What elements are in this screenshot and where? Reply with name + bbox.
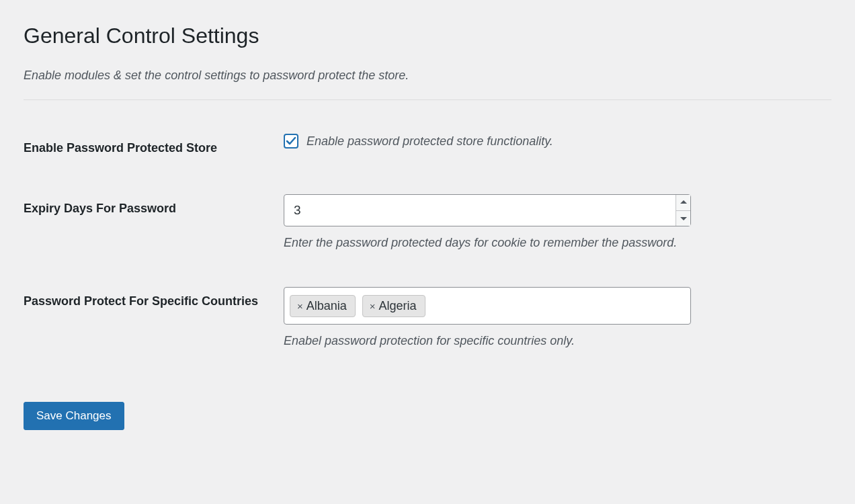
checkmark-icon — [286, 136, 296, 146]
section-divider — [24, 99, 831, 100]
enable-store-checkbox[interactable] — [284, 134, 298, 149]
enable-store-label: Enable Password Protected Store — [24, 134, 284, 157]
expiry-days-description: Enter the password protected days for co… — [284, 236, 831, 250]
country-tag: × Albania — [290, 295, 356, 317]
number-spinner — [676, 195, 690, 226]
field-row-enable-store: Enable Password Protected Store Enable p… — [24, 134, 831, 157]
field-row-countries: Password Protect For Specific Countries … — [24, 287, 831, 348]
page-description: Enable modules & set the control setting… — [24, 69, 831, 83]
countries-tags-input[interactable]: × Albania × Algeria — [284, 287, 691, 325]
tag-remove-icon[interactable]: × — [297, 301, 303, 311]
country-tag-label: Albania — [307, 299, 347, 313]
chevron-down-icon — [680, 216, 687, 220]
save-changes-button[interactable]: Save Changes — [24, 402, 124, 430]
tag-remove-icon[interactable]: × — [370, 301, 376, 311]
countries-label: Password Protect For Specific Countries — [24, 287, 284, 310]
page-title: General Control Settings — [24, 24, 831, 48]
enable-store-checkbox-container: Enable password protected store function… — [284, 134, 831, 149]
chevron-up-icon — [680, 200, 687, 205]
expiry-days-label: Expiry Days For Password — [24, 194, 284, 218]
country-tag-label: Algeria — [379, 299, 417, 313]
spinner-up-button[interactable] — [676, 195, 690, 211]
spinner-down-button[interactable] — [676, 211, 690, 226]
field-row-expiry-days: Expiry Days For Password Enter the passw… — [24, 194, 831, 250]
countries-description: Enabel password protection for specific … — [284, 334, 831, 348]
enable-store-checkbox-label: Enable password protected store function… — [307, 134, 553, 149]
expiry-days-input[interactable] — [284, 195, 676, 226]
country-tag: × Algeria — [362, 295, 425, 317]
expiry-days-input-container — [284, 194, 691, 226]
